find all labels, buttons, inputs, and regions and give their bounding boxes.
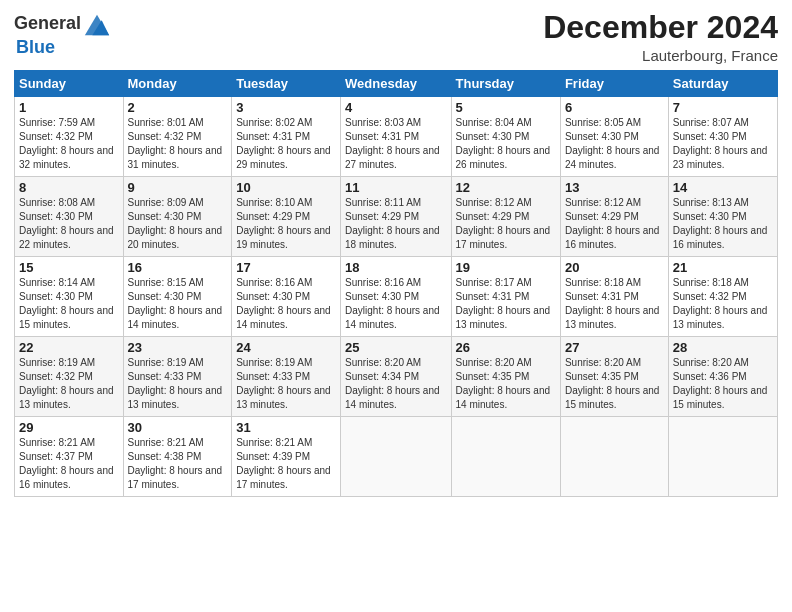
day-number: 8 — [19, 180, 119, 195]
header-sunday: Sunday — [15, 71, 124, 97]
table-row: 9 Sunrise: 8:09 AMSunset: 4:30 PMDayligh… — [123, 177, 232, 257]
day-info: Sunrise: 8:18 AMSunset: 4:31 PMDaylight:… — [565, 277, 660, 330]
day-info: Sunrise: 8:19 AMSunset: 4:33 PMDaylight:… — [236, 357, 331, 410]
day-number: 25 — [345, 340, 446, 355]
day-number: 20 — [565, 260, 664, 275]
table-row — [451, 417, 560, 497]
table-row: 29 Sunrise: 8:21 AMSunset: 4:37 PMDaylig… — [15, 417, 124, 497]
day-number: 13 — [565, 180, 664, 195]
day-number: 6 — [565, 100, 664, 115]
table-row: 22 Sunrise: 8:19 AMSunset: 4:32 PMDaylig… — [15, 337, 124, 417]
table-row: 21 Sunrise: 8:18 AMSunset: 4:32 PMDaylig… — [668, 257, 777, 337]
day-info: Sunrise: 7:59 AMSunset: 4:32 PMDaylight:… — [19, 117, 114, 170]
day-number: 22 — [19, 340, 119, 355]
table-row — [341, 417, 451, 497]
calendar-week-row: 29 Sunrise: 8:21 AMSunset: 4:37 PMDaylig… — [15, 417, 778, 497]
day-info: Sunrise: 8:19 AMSunset: 4:33 PMDaylight:… — [128, 357, 223, 410]
day-info: Sunrise: 8:21 AMSunset: 4:38 PMDaylight:… — [128, 437, 223, 490]
table-row: 13 Sunrise: 8:12 AMSunset: 4:29 PMDaylig… — [560, 177, 668, 257]
header-wednesday: Wednesday — [341, 71, 451, 97]
table-row: 31 Sunrise: 8:21 AMSunset: 4:39 PMDaylig… — [232, 417, 341, 497]
day-info: Sunrise: 8:09 AMSunset: 4:30 PMDaylight:… — [128, 197, 223, 250]
day-number: 24 — [236, 340, 336, 355]
calendar-week-row: 8 Sunrise: 8:08 AMSunset: 4:30 PMDayligh… — [15, 177, 778, 257]
header-thursday: Thursday — [451, 71, 560, 97]
day-number: 9 — [128, 180, 228, 195]
day-number: 1 — [19, 100, 119, 115]
day-number: 21 — [673, 260, 773, 275]
header: General Blue December 2024 Lauterbourg, … — [14, 10, 778, 64]
day-number: 31 — [236, 420, 336, 435]
day-info: Sunrise: 8:16 AMSunset: 4:30 PMDaylight:… — [345, 277, 440, 330]
day-info: Sunrise: 8:02 AMSunset: 4:31 PMDaylight:… — [236, 117, 331, 170]
logo-icon — [83, 10, 111, 38]
day-number: 29 — [19, 420, 119, 435]
day-info: Sunrise: 8:15 AMSunset: 4:30 PMDaylight:… — [128, 277, 223, 330]
day-info: Sunrise: 8:01 AMSunset: 4:32 PMDaylight:… — [128, 117, 223, 170]
day-number: 2 — [128, 100, 228, 115]
day-number: 26 — [456, 340, 556, 355]
table-row: 3 Sunrise: 8:02 AMSunset: 4:31 PMDayligh… — [232, 97, 341, 177]
day-number: 19 — [456, 260, 556, 275]
table-row: 30 Sunrise: 8:21 AMSunset: 4:38 PMDaylig… — [123, 417, 232, 497]
day-info: Sunrise: 8:12 AMSunset: 4:29 PMDaylight:… — [565, 197, 660, 250]
day-info: Sunrise: 8:17 AMSunset: 4:31 PMDaylight:… — [456, 277, 551, 330]
header-tuesday: Tuesday — [232, 71, 341, 97]
day-number: 18 — [345, 260, 446, 275]
calendar-table: Sunday Monday Tuesday Wednesday Thursday… — [14, 70, 778, 497]
day-number: 28 — [673, 340, 773, 355]
table-row: 12 Sunrise: 8:12 AMSunset: 4:29 PMDaylig… — [451, 177, 560, 257]
day-info: Sunrise: 8:08 AMSunset: 4:30 PMDaylight:… — [19, 197, 114, 250]
day-info: Sunrise: 8:16 AMSunset: 4:30 PMDaylight:… — [236, 277, 331, 330]
table-row — [560, 417, 668, 497]
day-info: Sunrise: 8:10 AMSunset: 4:29 PMDaylight:… — [236, 197, 331, 250]
day-number: 14 — [673, 180, 773, 195]
table-row: 25 Sunrise: 8:20 AMSunset: 4:34 PMDaylig… — [341, 337, 451, 417]
day-info: Sunrise: 8:21 AMSunset: 4:39 PMDaylight:… — [236, 437, 331, 490]
calendar-week-row: 1 Sunrise: 7:59 AMSunset: 4:32 PMDayligh… — [15, 97, 778, 177]
table-row: 14 Sunrise: 8:13 AMSunset: 4:30 PMDaylig… — [668, 177, 777, 257]
day-info: Sunrise: 8:03 AMSunset: 4:31 PMDaylight:… — [345, 117, 440, 170]
day-info: Sunrise: 8:18 AMSunset: 4:32 PMDaylight:… — [673, 277, 768, 330]
day-number: 10 — [236, 180, 336, 195]
day-number: 7 — [673, 100, 773, 115]
day-number: 3 — [236, 100, 336, 115]
table-row: 5 Sunrise: 8:04 AMSunset: 4:30 PMDayligh… — [451, 97, 560, 177]
table-row: 26 Sunrise: 8:20 AMSunset: 4:35 PMDaylig… — [451, 337, 560, 417]
calendar-week-row: 15 Sunrise: 8:14 AMSunset: 4:30 PMDaylig… — [15, 257, 778, 337]
table-row: 2 Sunrise: 8:01 AMSunset: 4:32 PMDayligh… — [123, 97, 232, 177]
logo-blue: Blue — [16, 37, 55, 57]
location: Lauterbourg, France — [543, 47, 778, 64]
table-row: 19 Sunrise: 8:17 AMSunset: 4:31 PMDaylig… — [451, 257, 560, 337]
table-row: 16 Sunrise: 8:15 AMSunset: 4:30 PMDaylig… — [123, 257, 232, 337]
day-info: Sunrise: 8:05 AMSunset: 4:30 PMDaylight:… — [565, 117, 660, 170]
day-number: 16 — [128, 260, 228, 275]
day-info: Sunrise: 8:04 AMSunset: 4:30 PMDaylight:… — [456, 117, 551, 170]
page-container: General Blue December 2024 Lauterbourg, … — [0, 0, 792, 505]
table-row: 7 Sunrise: 8:07 AMSunset: 4:30 PMDayligh… — [668, 97, 777, 177]
day-info: Sunrise: 8:20 AMSunset: 4:35 PMDaylight:… — [565, 357, 660, 410]
table-row: 24 Sunrise: 8:19 AMSunset: 4:33 PMDaylig… — [232, 337, 341, 417]
table-row: 10 Sunrise: 8:10 AMSunset: 4:29 PMDaylig… — [232, 177, 341, 257]
table-row: 17 Sunrise: 8:16 AMSunset: 4:30 PMDaylig… — [232, 257, 341, 337]
day-number: 23 — [128, 340, 228, 355]
day-info: Sunrise: 8:19 AMSunset: 4:32 PMDaylight:… — [19, 357, 114, 410]
logo-general: General — [14, 14, 81, 34]
day-number: 11 — [345, 180, 446, 195]
table-row: 27 Sunrise: 8:20 AMSunset: 4:35 PMDaylig… — [560, 337, 668, 417]
weekday-header-row: Sunday Monday Tuesday Wednesday Thursday… — [15, 71, 778, 97]
day-number: 30 — [128, 420, 228, 435]
header-monday: Monday — [123, 71, 232, 97]
day-info: Sunrise: 8:13 AMSunset: 4:30 PMDaylight:… — [673, 197, 768, 250]
day-info: Sunrise: 8:11 AMSunset: 4:29 PMDaylight:… — [345, 197, 440, 250]
day-number: 17 — [236, 260, 336, 275]
day-info: Sunrise: 8:14 AMSunset: 4:30 PMDaylight:… — [19, 277, 114, 330]
logo: General Blue — [14, 10, 111, 58]
day-info: Sunrise: 8:20 AMSunset: 4:34 PMDaylight:… — [345, 357, 440, 410]
table-row: 28 Sunrise: 8:20 AMSunset: 4:36 PMDaylig… — [668, 337, 777, 417]
title-block: December 2024 Lauterbourg, France — [543, 10, 778, 64]
day-info: Sunrise: 8:20 AMSunset: 4:35 PMDaylight:… — [456, 357, 551, 410]
table-row: 1 Sunrise: 7:59 AMSunset: 4:32 PMDayligh… — [15, 97, 124, 177]
day-number: 27 — [565, 340, 664, 355]
day-info: Sunrise: 8:20 AMSunset: 4:36 PMDaylight:… — [673, 357, 768, 410]
